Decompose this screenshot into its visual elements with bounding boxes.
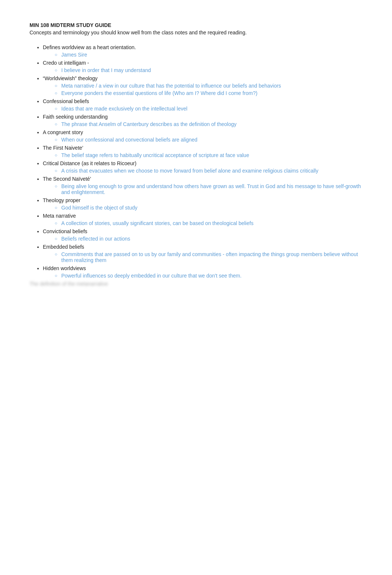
sub-list: When our confessional and convectional b… [43, 137, 362, 143]
sub-list-item: Commitments that are passed on to us by … [55, 251, 362, 263]
sub-list-item: Meta narrative / a view in our culture t… [55, 83, 362, 89]
list-item: A congruent storyWhen our confessional a… [43, 129, 362, 143]
sub-list-item: Powerful influences so deeply embedded i… [55, 273, 362, 279]
sub-list: A collection of stories, usually signifi… [43, 220, 362, 226]
list-item: The First Naivete’The belief stage refer… [43, 145, 362, 158]
list-item: Confessional beliefsIdeas that are made … [43, 98, 362, 112]
blurred-item: The definition of the metanarrative [30, 281, 362, 287]
list-item: Hidden worldviewsPowerful influences so … [43, 265, 362, 279]
page-title: MIN 108 MIDTERM STUDY GUIDE [30, 22, 362, 28]
list-item: Convictional beliefsBeliefs reflected in… [43, 228, 362, 242]
sub-list-item: The phrase that Anselm of Canterbury des… [55, 121, 362, 127]
sub-list-item: A crisis that evacuates when we choose t… [55, 168, 362, 174]
sub-list: A crisis that evacuates when we choose t… [43, 168, 362, 174]
sub-list-item: God himself is the object of study [55, 205, 362, 211]
sub-list: Ideas that are made exclusively on the i… [43, 106, 362, 112]
sub-list: Powerful influences so deeply embedded i… [43, 273, 362, 279]
list-item: Theology properGod himself is the object… [43, 197, 362, 211]
sub-list: Meta narrative / a view in our culture t… [43, 83, 362, 96]
list-item: Critical Distance (as it relates to Rico… [43, 160, 362, 174]
sub-list: God himself is the object of study [43, 205, 362, 211]
list-item: The Second Naïveté’Being alive long enou… [43, 176, 362, 195]
main-list: Defines worldview as a heart orientation… [30, 44, 362, 279]
sub-list: The phrase that Anselm of Canterbury des… [43, 121, 362, 127]
sub-list-item: A collection of stories, usually signifi… [55, 220, 362, 226]
list-item: Meta narrativeA collection of stories, u… [43, 213, 362, 226]
sub-list-item: When our confessional and convectional b… [55, 137, 362, 143]
sub-list: The belief stage refers to habitually un… [43, 152, 362, 158]
sub-list: Beliefs reflected in our actions [43, 236, 362, 242]
sub-list-item: Being alive long enough to grow and unde… [55, 183, 362, 195]
sub-list-item: Everyone ponders the essential questions… [55, 90, 362, 96]
sub-list: Commitments that are passed on to us by … [43, 251, 362, 263]
list-item: Credo ut intelligam -I believe in order … [43, 60, 362, 73]
list-item: “Worldviewish” theologyMeta narrative / … [43, 75, 362, 96]
sub-list: Being alive long enough to grow and unde… [43, 183, 362, 195]
sub-list: James Sire [43, 52, 362, 58]
sub-list: I believe in order that I may understand [43, 67, 362, 73]
sub-list-item: Ideas that are made exclusively on the i… [55, 106, 362, 112]
sub-list-item: The belief stage refers to habitually un… [55, 152, 362, 158]
sub-list-item: James Sire [55, 52, 362, 58]
list-item: Faith seeking understandingThe phrase th… [43, 114, 362, 127]
page-subtitle: Concepts and terminology you should know… [30, 30, 362, 35]
list-item: Embedded beliefsCommitments that are pas… [43, 244, 362, 263]
sub-list-item: Beliefs reflected in our actions [55, 236, 362, 242]
sub-list-item: I believe in order that I may understand [55, 67, 362, 73]
list-item: Defines worldview as a heart orientation… [43, 44, 362, 58]
